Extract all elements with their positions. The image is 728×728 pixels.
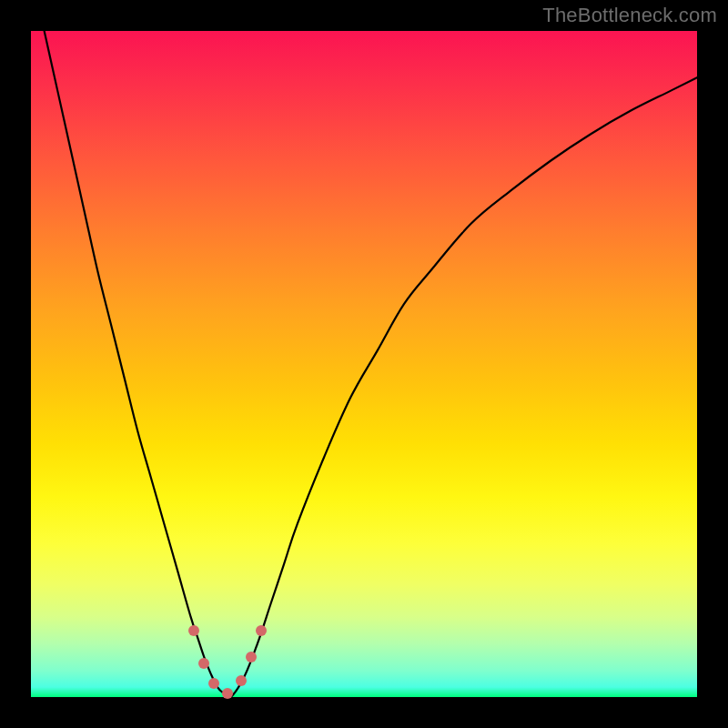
plot-area [31, 31, 697, 697]
bottleneck-curve [31, 31, 697, 697]
chart-frame: TheBottleneck.com [0, 0, 728, 728]
attribution-text: TheBottleneck.com [542, 4, 717, 27]
